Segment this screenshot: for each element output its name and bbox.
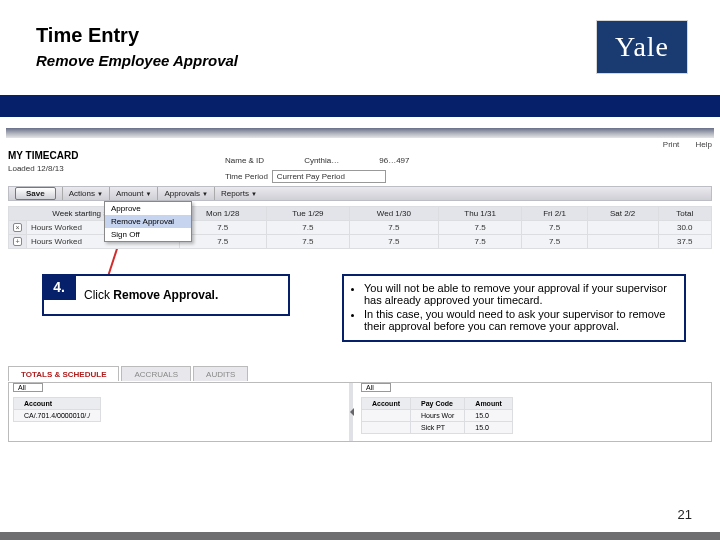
- amount-menu[interactable]: Amount▼: [109, 187, 158, 200]
- tab-totals-schedule[interactable]: TOTALS & SCHEDULE: [8, 366, 119, 381]
- header-divider: [0, 95, 720, 117]
- slide-number: 21: [678, 507, 692, 522]
- slide-footer-bar: [0, 532, 720, 540]
- totals-left-grid: Account CA/.701.4/0000010/./: [13, 397, 101, 422]
- actions-menu[interactable]: Actions▼: [62, 187, 109, 200]
- note-bullet: You will not be able to remove your appr…: [364, 282, 676, 306]
- app-topbar: [6, 128, 714, 138]
- totals-right-grid: Account Pay Code Amount Hours Wor 15.0 S…: [361, 397, 513, 434]
- note-bullet: In this case, you would need to ask your…: [364, 308, 676, 332]
- name-value: Cynthia…: [304, 156, 339, 165]
- approvals-dropdown: Approve Remove Approval Sign Off: [104, 201, 192, 242]
- time-period-row: Time Period Current Pay Period: [225, 170, 386, 183]
- delete-row-icon[interactable]: ×: [13, 223, 22, 232]
- chevron-down-icon: ▼: [251, 191, 257, 197]
- reports-menu[interactable]: Reports▼: [214, 187, 263, 200]
- section-heading: MY TIMECARD: [8, 150, 78, 161]
- pane-splitter[interactable]: [349, 383, 353, 441]
- help-link[interactable]: Help: [696, 140, 712, 149]
- step-number: 4.: [42, 274, 76, 300]
- name-id-row: Name & ID Cynthia… 96…497: [225, 156, 410, 165]
- chevron-down-icon: ▼: [202, 191, 208, 197]
- tab-accruals[interactable]: ACCRUALS: [121, 366, 191, 381]
- chevron-down-icon: ▼: [145, 191, 151, 197]
- add-row-icon[interactable]: +: [13, 237, 22, 246]
- step-callout: 4. Click Remove Approval.: [42, 274, 290, 316]
- print-link[interactable]: Print: [663, 140, 679, 149]
- left-filter-select[interactable]: All: [13, 383, 43, 392]
- timecard-screenshot: Print Help MY TIMECARD Loaded 12/8/13 Na…: [0, 128, 720, 458]
- time-period-label: Time Period: [225, 172, 268, 181]
- tab-audits[interactable]: AUDITS: [193, 366, 248, 381]
- time-period-select[interactable]: Current Pay Period: [272, 170, 386, 183]
- approvals-menu[interactable]: Approvals▼: [157, 187, 214, 200]
- id-value: 96…497: [379, 156, 409, 165]
- loaded-timestamp: Loaded 12/8/13: [8, 164, 64, 173]
- detail-pane: All Account CA/.701.4/0000010/./ All Acc…: [8, 382, 712, 442]
- timecard-toolbar: Save Actions▼ Amount▼ Approvals▼ Reports…: [8, 186, 712, 201]
- name-id-label: Name & ID: [225, 156, 264, 165]
- save-button[interactable]: Save: [15, 187, 56, 200]
- dropdown-item-signoff[interactable]: Sign Off: [105, 228, 191, 241]
- page-title: Time Entry: [36, 24, 139, 47]
- dropdown-item-remove-approval[interactable]: Remove Approval: [105, 215, 191, 228]
- app-top-links: Print Help: [649, 140, 712, 149]
- slide-header: Time Entry Remove Employee Approval Yale: [0, 0, 720, 95]
- chevron-down-icon: ▼: [97, 191, 103, 197]
- page-subtitle: Remove Employee Approval: [36, 52, 238, 69]
- yale-logo: Yale: [596, 20, 688, 74]
- dropdown-item-approve[interactable]: Approve: [105, 202, 191, 215]
- detail-tabs: TOTALS & SCHEDULE ACCRUALS AUDITS: [8, 366, 250, 381]
- note-callout: You will not be able to remove your appr…: [342, 274, 686, 342]
- right-filter-select[interactable]: All: [361, 383, 391, 392]
- step-text: Click Remove Approval.: [44, 276, 288, 314]
